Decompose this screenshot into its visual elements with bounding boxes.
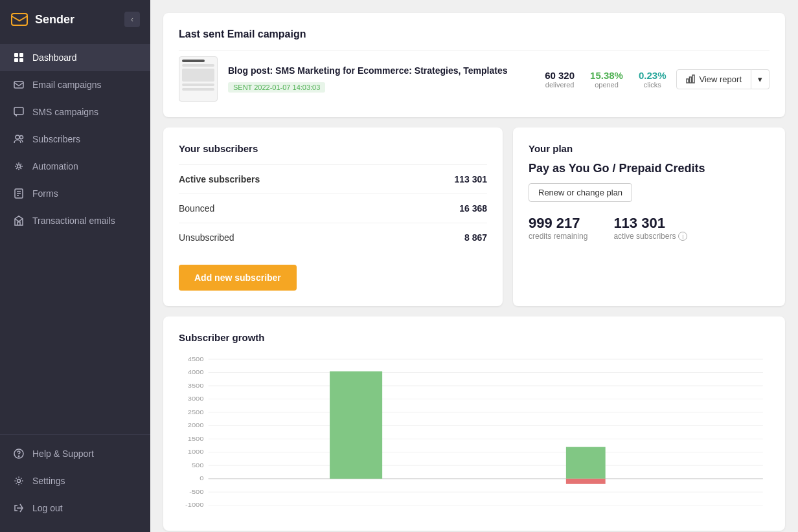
svg-rect-0 [12, 14, 27, 25]
sidebar-item-help-support[interactable]: Help & Support [0, 440, 150, 467]
growth-title: Subscriber growth [179, 332, 770, 343]
svg-text:4000: 4000 [188, 368, 204, 375]
thumb-block [182, 69, 214, 82]
svg-rect-6 [14, 107, 23, 115]
sidebar-item-label: Transactional emails [32, 216, 115, 226]
sidebar-item-sms-campaigns[interactable]: SMS campaigns [0, 98, 150, 126]
thumb-line [182, 60, 205, 62]
add-subscriber-button[interactable]: Add new subscriber [179, 265, 297, 291]
sidebar-item-logout[interactable]: Log out [0, 494, 150, 522]
thumb-line [182, 83, 214, 86]
campaign-sent-badge: SENT 2022-01-07 14:03:03 [228, 82, 325, 93]
last-campaign-card: Last sent Email campaign Blog post: SMS … [163, 13, 785, 117]
svg-rect-2 [19, 53, 23, 57]
main-content: Last sent Email campaign Blog post: SMS … [150, 0, 798, 532]
svg-point-8 [20, 136, 23, 139]
sidebar-item-transactional-emails[interactable]: Transactional emails [0, 207, 150, 234]
svg-text:1000: 1000 [188, 448, 204, 455]
sidebar-logo-area: Sender ‹ [0, 0, 150, 39]
dashboard-icon [13, 52, 25, 63]
active-subscribers-label: Active subscribers [179, 174, 260, 184]
plan-active-label: active subscribers i [613, 232, 687, 241]
sidebar-item-dashboard[interactable]: Dashboard [0, 44, 150, 71]
logo-text: Sender [35, 13, 74, 27]
svg-rect-14 [687, 79, 689, 83]
sidebar-footer: Help & Support Settings Log out [0, 434, 150, 532]
svg-rect-1 [14, 53, 18, 57]
sidebar-item-automation[interactable]: Automation [0, 153, 150, 180]
sidebar: Sender ‹ Dashboard Email campaigns SMS c… [0, 0, 150, 532]
active-subscribers-row: Active subscribers 113 301 [179, 164, 487, 194]
two-col-section: Your subscribers Active subscribers 113 … [163, 127, 785, 306]
thumb-line [182, 88, 214, 91]
email-icon [13, 79, 25, 91]
unsubscribed-label: Unsubscribed [179, 232, 234, 243]
campaign-info: Blog post: SMS Marketing for Ecommerce: … [228, 65, 534, 93]
plan-card-title: Your plan [529, 143, 770, 154]
sidebar-item-label: SMS campaigns [32, 107, 98, 117]
sidebar-collapse-button[interactable]: ‹ [124, 12, 140, 27]
sidebar-item-label: Subscribers [32, 134, 80, 144]
footer-item-label: Help & Support [32, 449, 94, 459]
forms-icon [13, 188, 25, 199]
logout-icon [13, 502, 25, 514]
stat-clicks: 0.23% clicks [639, 70, 667, 89]
view-report-button[interactable]: View report [676, 69, 751, 89]
info-icon[interactable]: i [678, 232, 687, 241]
sidebar-item-subscribers[interactable]: Subscribers [0, 126, 150, 153]
svg-text:500: 500 [192, 461, 204, 469]
svg-text:3500: 3500 [188, 381, 204, 388]
sidebar-item-label: Automation [32, 161, 78, 172]
view-report-label: View report [699, 74, 742, 84]
unsubscribed-value: 8 867 [464, 232, 487, 243]
sidebar-item-label: Dashboard [32, 52, 77, 63]
sidebar-nav: Dashboard Email campaigns SMS campaigns … [0, 39, 150, 434]
growth-chart: 4500 4000 3500 3000 2500 2000 1500 1000 … [179, 353, 770, 515]
stat-opened: 15.38% opened [590, 70, 623, 89]
help-icon [13, 448, 25, 460]
svg-rect-15 [690, 77, 692, 83]
campaign-name: Blog post: SMS Marketing for Ecommerce: … [228, 65, 534, 76]
chart-container: 4500 4000 3500 3000 2500 2000 1500 1000 … [179, 353, 770, 515]
bounced-row: Bounced 16 368 [179, 194, 487, 223]
transactional-icon [13, 215, 25, 227]
svg-text:4500: 4500 [188, 355, 204, 362]
thumb-line [182, 64, 214, 67]
subscribers-card-title: Your subscribers [179, 143, 487, 154]
sidebar-item-forms[interactable]: Forms [0, 180, 150, 207]
report-dropdown-button[interactable]: ▾ [751, 69, 770, 89]
active-subscribers-stat: 113 301 active subscribers i [613, 215, 687, 241]
svg-text:2000: 2000 [188, 421, 204, 428]
delivered-label: delivered [545, 81, 575, 89]
plan-name: Pay as You Go / Prepaid Credits [529, 162, 770, 175]
svg-point-9 [17, 165, 21, 168]
sidebar-item-email-campaigns[interactable]: Email campaigns [0, 71, 150, 98]
automation-icon [13, 161, 25, 172]
growth-card: Subscriber growth 4500 4000 [163, 316, 785, 531]
clicks-label: clicks [639, 81, 667, 89]
plan-active-value: 113 301 [613, 215, 687, 232]
sender-logo-icon [10, 12, 28, 27]
campaign-row: Blog post: SMS Marketing for Ecommerce: … [179, 50, 770, 102]
svg-point-12 [18, 456, 19, 456]
campaign-thumbnail [179, 56, 218, 102]
campaign-stats: 60 320 delivered 15.38% opened 0.23% cli… [545, 70, 666, 89]
report-btn-group: View report ▾ [676, 69, 770, 89]
footer-item-label: Log out [32, 503, 63, 513]
credits-value: 999 217 [529, 215, 587, 232]
sidebar-item-settings[interactable]: Settings [0, 467, 150, 494]
opened-label: opened [590, 81, 623, 89]
svg-point-7 [16, 135, 19, 139]
svg-point-13 [17, 480, 21, 483]
active-subscribers-value: 113 301 [454, 174, 487, 184]
subscribers-icon [13, 133, 25, 145]
footer-item-label: Settings [32, 476, 65, 486]
campaign-section-title: Last sent Email campaign [179, 28, 770, 40]
stat-delivered: 60 320 delivered [545, 70, 575, 89]
bar-2-pos [566, 447, 606, 479]
svg-rect-16 [692, 75, 694, 83]
logo: Sender [10, 12, 74, 27]
renew-plan-button[interactable]: Renew or change plan [529, 183, 632, 202]
chart-icon [686, 74, 695, 83]
clicks-value: 0.23% [639, 70, 667, 81]
